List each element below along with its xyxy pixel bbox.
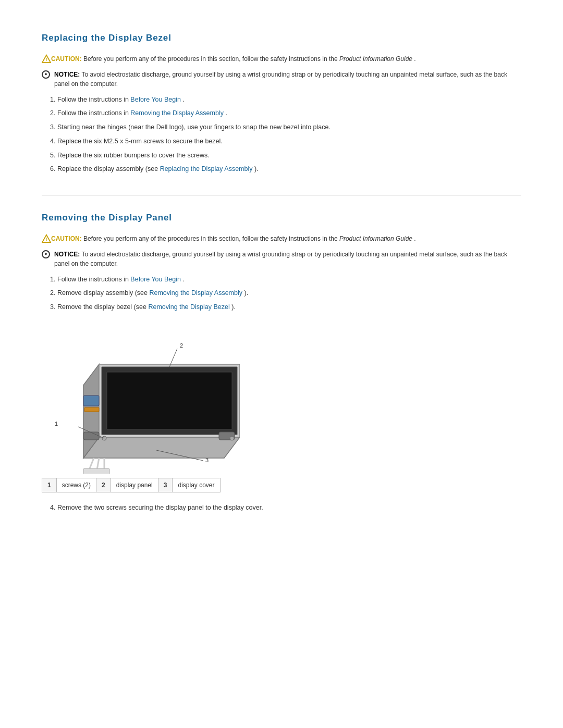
section2-step3: Remove the display bezel (see Removing t… (57, 302, 521, 312)
section1-step1: Follow the instructions in Before You Be… (57, 95, 521, 105)
svg-marker-8 (107, 372, 232, 429)
caution-label: CAUTION: (51, 55, 82, 63)
section1-step2: Follow the instructions in Removing the … (57, 108, 521, 118)
before-you-begin-link-2[interactable]: Before You Begin (130, 276, 181, 283)
caution-icon-2: ! (42, 234, 51, 243)
display-panel-diagram: 1 2 3 1 screws (2) 2 display panel 3 dis… (42, 323, 521, 492)
svg-rect-17 (83, 396, 99, 406)
section2-notice-text: NOTICE: To avoid electrostatic discharge… (54, 250, 521, 268)
svg-rect-16 (83, 468, 109, 474)
section1-step4: Replace the six M2.5 x 5-mm screws to se… (57, 137, 521, 146)
callout-label-1: screws (2) (56, 478, 96, 492)
section2-steps-continued: Remove the two screws securing the displ… (57, 503, 521, 513)
replacing-display-assembly-link[interactable]: Replacing the Display Assembly (160, 165, 253, 172)
section1-step6: Replace the display assembly (see Replac… (57, 164, 521, 174)
removing-display-assembly-link-1[interactable]: Removing the Display Assembly (130, 109, 224, 117)
section-removing-panel: Removing the Display Panel ! CAUTION: Be… (42, 211, 521, 513)
callout-label-3: display cover (173, 478, 220, 492)
callout-table: 1 screws (2) 2 display panel 3 display c… (42, 478, 221, 492)
callout-num-3: 3 (158, 478, 173, 492)
section1-notice: ● NOTICE: To avoid electrostatic dischar… (42, 70, 521, 89)
section2-caution: ! CAUTION: Before you perform any of the… (42, 234, 521, 243)
callout-num-1: 1 (42, 478, 57, 492)
caution-icon: ! (42, 54, 51, 64)
section1-notice-text: NOTICE: To avoid electrostatic discharge… (54, 70, 521, 89)
section2-step2: Remove display assembly (see Removing th… (57, 288, 521, 298)
section1-caution-text: CAUTION: Before you perform any of the p… (51, 54, 416, 64)
svg-point-12 (230, 436, 234, 440)
before-you-begin-link-1[interactable]: Before You Begin (130, 96, 181, 103)
notice-icon-2: ● (42, 250, 50, 258)
svg-text:3: 3 (205, 457, 209, 463)
svg-text:2: 2 (180, 342, 183, 349)
callout-label-2: display panel (111, 478, 158, 492)
svg-text:!: ! (46, 237, 47, 242)
section2-step1: Follow the instructions in Before You Be… (57, 275, 521, 285)
removing-display-bezel-link[interactable]: Removing the Display Bezel (148, 303, 229, 311)
svg-rect-18 (84, 408, 99, 412)
callout-num-2: 2 (96, 478, 111, 492)
section1-title: Replacing the Display Bezel (42, 31, 521, 45)
section2-title: Removing the Display Panel (42, 211, 521, 225)
svg-rect-9 (83, 432, 99, 440)
section-divider (42, 195, 521, 195)
svg-marker-4 (83, 437, 240, 458)
section2-steps: Follow the instructions in Before You Be… (57, 275, 521, 312)
section2-caution-text: CAUTION: Before you perform any of the p… (51, 234, 416, 243)
callout-row: 1 screws (2) 2 display panel 3 display c… (42, 478, 221, 492)
section2-step4: Remove the two screws securing the displ… (57, 503, 521, 513)
svg-text:!: ! (46, 57, 47, 62)
section1-steps: Follow the instructions in Before You Be… (57, 95, 521, 175)
section1-caution: ! CAUTION: Before you perform any of the… (42, 54, 521, 64)
removing-display-assembly-link-2[interactable]: Removing the Display Assembly (149, 289, 242, 297)
section1-step5: Replace the six rubber bumpers to cover … (57, 151, 521, 161)
section1-step3: Starting near the hinges (near the Dell … (57, 122, 521, 132)
display-panel-svg: 1 2 3 (42, 323, 240, 474)
notice-icon: ● (42, 70, 50, 79)
section-replacing-bezel: Replacing the Display Bezel ! CAUTION: B… (42, 31, 521, 174)
svg-text:1: 1 (55, 421, 58, 427)
section2-notice: ● NOTICE: To avoid electrostatic dischar… (42, 250, 521, 268)
